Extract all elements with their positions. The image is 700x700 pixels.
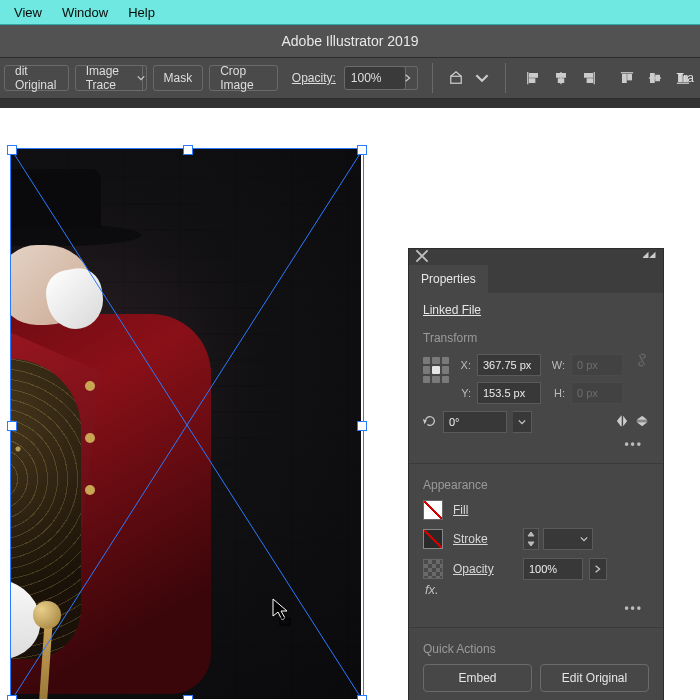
opacity-dropdown-panel[interactable] <box>589 558 607 580</box>
flip-vertical-icon[interactable] <box>635 414 649 431</box>
separator <box>432 63 433 93</box>
svg-rect-9 <box>587 79 592 83</box>
svg-rect-12 <box>628 75 632 80</box>
constrain-proportions-icon[interactable] <box>635 353 649 367</box>
handle-bottom-left[interactable] <box>7 695 17 700</box>
reference-point-picker[interactable] <box>423 357 449 383</box>
opacity-dropdown[interactable] <box>399 66 418 90</box>
h-label: H: <box>547 387 565 399</box>
menu-help[interactable]: Help <box>118 3 165 22</box>
opacity-swatch[interactable] <box>423 559 443 579</box>
opacity-label: Opacity: <box>292 71 336 85</box>
svg-line-28 <box>639 355 644 365</box>
rotate-icon <box>423 414 437 431</box>
h-field[interactable]: 0 px <box>571 382 623 404</box>
svg-rect-8 <box>585 74 593 78</box>
handle-top-right[interactable] <box>357 145 367 155</box>
svg-line-19 <box>11 149 363 700</box>
fx-button[interactable]: fx. <box>423 580 649 597</box>
collapse-panel-icon[interactable] <box>643 249 657 266</box>
stroke-weight-stepper[interactable] <box>523 528 539 550</box>
svg-rect-15 <box>656 75 660 80</box>
angle-field[interactable]: 0° <box>443 411 507 433</box>
appearance-heading: Appearance <box>423 478 649 492</box>
handle-bottom[interactable] <box>183 695 193 700</box>
opacity-value-field[interactable]: 100% <box>523 558 583 580</box>
x-label: X: <box>457 359 471 371</box>
image-trace-dropdown[interactable] <box>136 65 147 91</box>
transform-more-icon[interactable]: ••• <box>423 433 649 453</box>
menu-view[interactable]: View <box>4 3 52 22</box>
svg-rect-14 <box>651 74 655 83</box>
control-bar: dit Original Image Trace Mask Crop Image… <box>0 57 700 99</box>
y-label: Y: <box>457 387 471 399</box>
handle-left[interactable] <box>7 421 17 431</box>
flip-horizontal-icon[interactable] <box>615 414 629 431</box>
align-vcenter-icon[interactable] <box>642 65 668 91</box>
edit-original-button[interactable]: dit Original <box>4 65 69 91</box>
stroke-swatch[interactable] <box>423 529 443 549</box>
handle-top-left[interactable] <box>7 145 17 155</box>
opacity-field[interactable]: 100% <box>344 66 406 90</box>
tab-properties[interactable]: Properties <box>409 265 488 293</box>
app-chrome: Adobe Illustrator 2019 dit Original Imag… <box>0 25 700 111</box>
w-label: W: <box>547 359 565 371</box>
properties-panel: Properties Linked File Transform X: 367.… <box>408 248 664 700</box>
menu-window[interactable]: Window <box>52 3 118 22</box>
handle-right[interactable] <box>357 421 367 431</box>
close-panel-icon[interactable] <box>415 249 429 266</box>
mask-button[interactable]: Mask <box>153 65 204 91</box>
align-top-icon[interactable] <box>614 65 640 91</box>
transform-panel-icon[interactable] <box>447 65 466 91</box>
separator <box>505 63 506 93</box>
truncated-label: Tra <box>670 58 700 98</box>
align-hcenter-icon[interactable] <box>548 65 574 91</box>
svg-rect-3 <box>530 79 535 83</box>
svg-rect-11 <box>623 75 627 83</box>
transform-heading: Transform <box>423 331 649 345</box>
handle-top[interactable] <box>183 145 193 155</box>
w-field[interactable]: 0 px <box>571 354 623 376</box>
align-left-icon[interactable] <box>520 65 546 91</box>
transform-dropdown-icon[interactable] <box>472 65 491 91</box>
y-field[interactable]: 153.5 px <box>477 382 541 404</box>
app-root: View Window Help Adobe Illustrator 2019 … <box>0 0 700 700</box>
selection-type-label[interactable]: Linked File <box>423 303 481 317</box>
app-title: Adobe Illustrator 2019 <box>282 33 419 49</box>
svg-rect-6 <box>558 79 563 83</box>
panel-tabs: Properties <box>409 265 663 293</box>
os-menu-bar: View Window Help <box>0 0 700 25</box>
selection-bounding-box[interactable] <box>10 148 364 700</box>
qa-embed-button[interactable]: Embed <box>423 664 532 692</box>
angle-dropdown[interactable] <box>513 411 532 433</box>
stroke-label[interactable]: Stroke <box>453 532 513 546</box>
canvas[interactable]: Properties Linked File Transform X: 367.… <box>0 108 700 700</box>
crop-image-button[interactable]: Crop Image <box>209 65 278 91</box>
align-right-icon[interactable] <box>576 65 602 91</box>
svg-rect-5 <box>557 74 566 78</box>
qa-edit-original-button[interactable]: Edit Original <box>540 664 649 692</box>
quick-actions-heading: Quick Actions <box>423 642 649 656</box>
opacity-label-panel[interactable]: Opacity <box>453 562 513 576</box>
stroke-weight-dropdown[interactable] <box>543 528 593 550</box>
appearance-more-icon[interactable]: ••• <box>423 597 649 617</box>
panel-title-bar[interactable] <box>409 249 663 265</box>
svg-rect-2 <box>530 74 538 78</box>
svg-rect-0 <box>451 76 462 83</box>
title-bar: Adobe Illustrator 2019 <box>0 25 700 57</box>
image-trace-button[interactable]: Image Trace <box>75 65 143 91</box>
svg-line-20 <box>11 149 363 700</box>
handle-bottom-right[interactable] <box>357 695 367 700</box>
fill-swatch[interactable] <box>423 500 443 520</box>
x-field[interactable]: 367.75 px <box>477 354 541 376</box>
fill-label[interactable]: Fill <box>453 503 513 517</box>
